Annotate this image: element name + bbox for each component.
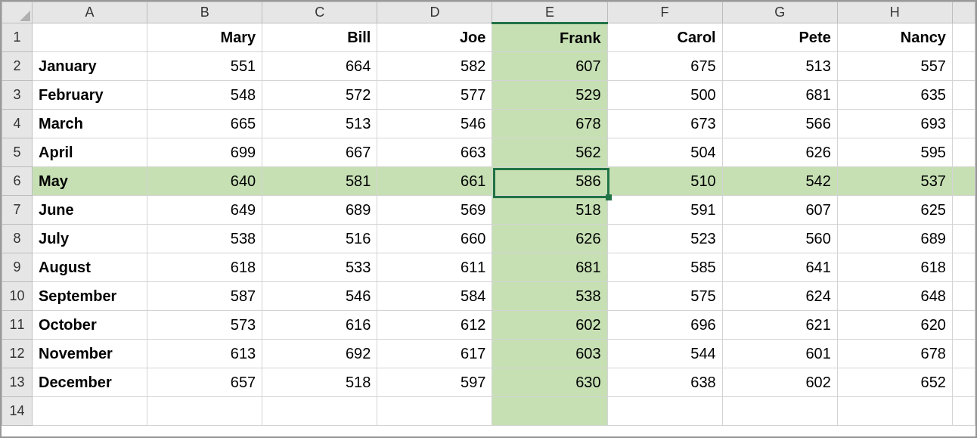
cell-F7[interactable]: 591 [607, 196, 722, 225]
cell-E2[interactable]: 607 [492, 52, 607, 81]
cell-H9[interactable]: 618 [837, 253, 952, 282]
cell-E14[interactable] [492, 397, 607, 426]
cell-H1[interactable]: Nancy [837, 23, 952, 52]
row-header-8[interactable]: 8 [2, 225, 33, 253]
row-header-4[interactable]: 4 [2, 110, 33, 138]
cell-blank-13[interactable] [952, 368, 975, 397]
row-header-9[interactable]: 9 [2, 253, 33, 282]
cell-F10[interactable]: 575 [607, 282, 722, 311]
cell-G2[interactable]: 513 [722, 52, 837, 81]
cell-A7[interactable]: June [33, 196, 147, 225]
cell-blank-1[interactable] [952, 23, 975, 52]
cell-B6[interactable]: 640 [147, 167, 262, 196]
cell-G5[interactable]: 626 [722, 138, 837, 167]
cell-A5[interactable]: April [33, 138, 147, 167]
cell-blank-5[interactable] [952, 138, 975, 167]
cell-A4[interactable]: March [33, 110, 147, 138]
cell-B5[interactable]: 699 [147, 138, 262, 167]
cell-H13[interactable]: 652 [837, 368, 952, 397]
cell-H7[interactable]: 625 [837, 196, 952, 225]
cell-F11[interactable]: 696 [607, 311, 722, 340]
cell-blank-9[interactable] [952, 253, 975, 282]
cell-D9[interactable]: 611 [377, 253, 492, 282]
cell-F8[interactable]: 523 [607, 225, 722, 253]
cell-C14[interactable] [262, 397, 377, 426]
cell-E11[interactable]: 602 [492, 311, 607, 340]
cell-blank-2[interactable] [952, 52, 975, 81]
col-header-blank[interactable] [952, 2, 975, 23]
cell-B14[interactable] [147, 397, 262, 426]
cell-F13[interactable]: 638 [607, 368, 722, 397]
cell-G12[interactable]: 601 [722, 340, 837, 368]
cell-C6[interactable]: 581 [262, 167, 377, 196]
cell-E7[interactable]: 518 [492, 196, 607, 225]
cell-E9[interactable]: 681 [492, 253, 607, 282]
cell-H12[interactable]: 678 [837, 340, 952, 368]
cell-A9[interactable]: August [33, 253, 147, 282]
row-header-1[interactable]: 1 [2, 23, 33, 52]
cell-F12[interactable]: 544 [607, 340, 722, 368]
cell-E12[interactable]: 603 [492, 340, 607, 368]
cell-C4[interactable]: 513 [262, 110, 377, 138]
cell-C11[interactable]: 616 [262, 311, 377, 340]
cell-F9[interactable]: 585 [607, 253, 722, 282]
cell-D14[interactable] [377, 397, 492, 426]
cell-D11[interactable]: 612 [377, 311, 492, 340]
cell-blank-11[interactable] [952, 311, 975, 340]
cell-C5[interactable]: 667 [262, 138, 377, 167]
cell-D8[interactable]: 660 [377, 225, 492, 253]
cell-H14[interactable] [837, 397, 952, 426]
cell-D1[interactable]: Joe [377, 23, 492, 52]
col-header-B[interactable]: B [147, 2, 262, 23]
cell-A12[interactable]: November [33, 340, 147, 368]
cell-B10[interactable]: 587 [147, 282, 262, 311]
cell-G11[interactable]: 621 [722, 311, 837, 340]
cell-D13[interactable]: 597 [377, 368, 492, 397]
cell-F5[interactable]: 504 [607, 138, 722, 167]
cell-A2[interactable]: January [33, 52, 147, 81]
cell-E10[interactable]: 538 [492, 282, 607, 311]
cell-E4[interactable]: 678 [492, 110, 607, 138]
cell-A3[interactable]: February [33, 81, 147, 110]
row-header-14[interactable]: 14 [2, 397, 33, 426]
cell-C1[interactable]: Bill [262, 23, 377, 52]
cell-B7[interactable]: 649 [147, 196, 262, 225]
cell-H6[interactable]: 537 [837, 167, 952, 196]
cell-A8[interactable]: July [33, 225, 147, 253]
cell-D5[interactable]: 663 [377, 138, 492, 167]
cell-blank-12[interactable] [952, 340, 975, 368]
row-header-7[interactable]: 7 [2, 196, 33, 225]
cell-B3[interactable]: 548 [147, 81, 262, 110]
cell-C7[interactable]: 689 [262, 196, 377, 225]
cell-blank-7[interactable] [952, 196, 975, 225]
cell-B1[interactable]: Mary [147, 23, 262, 52]
cell-H5[interactable]: 595 [837, 138, 952, 167]
cell-H10[interactable]: 648 [837, 282, 952, 311]
cell-F14[interactable] [607, 397, 722, 426]
cell-B13[interactable]: 657 [147, 368, 262, 397]
cell-blank-3[interactable] [952, 81, 975, 110]
col-header-C[interactable]: C [262, 2, 377, 23]
col-header-A[interactable]: A [33, 2, 147, 23]
cell-blank-6[interactable] [952, 167, 975, 196]
cell-B4[interactable]: 665 [147, 110, 262, 138]
cell-C2[interactable]: 664 [262, 52, 377, 81]
row-header-5[interactable]: 5 [2, 138, 33, 167]
cell-G6[interactable]: 542 [722, 167, 837, 196]
fill-handle[interactable] [606, 194, 612, 200]
cell-C8[interactable]: 516 [262, 225, 377, 253]
cell-G14[interactable] [722, 397, 837, 426]
cell-blank-10[interactable] [952, 282, 975, 311]
cell-D7[interactable]: 569 [377, 196, 492, 225]
row-header-2[interactable]: 2 [2, 52, 33, 81]
col-header-G[interactable]: G [722, 2, 837, 23]
col-header-D[interactable]: D [377, 2, 492, 23]
cell-C9[interactable]: 533 [262, 253, 377, 282]
row-header-13[interactable]: 13 [2, 368, 33, 397]
cell-H4[interactable]: 693 [837, 110, 952, 138]
cell-D2[interactable]: 582 [377, 52, 492, 81]
cell-G10[interactable]: 624 [722, 282, 837, 311]
row-header-10[interactable]: 10 [2, 282, 33, 311]
cell-blank-14[interactable] [952, 397, 975, 426]
cell-D3[interactable]: 577 [377, 81, 492, 110]
